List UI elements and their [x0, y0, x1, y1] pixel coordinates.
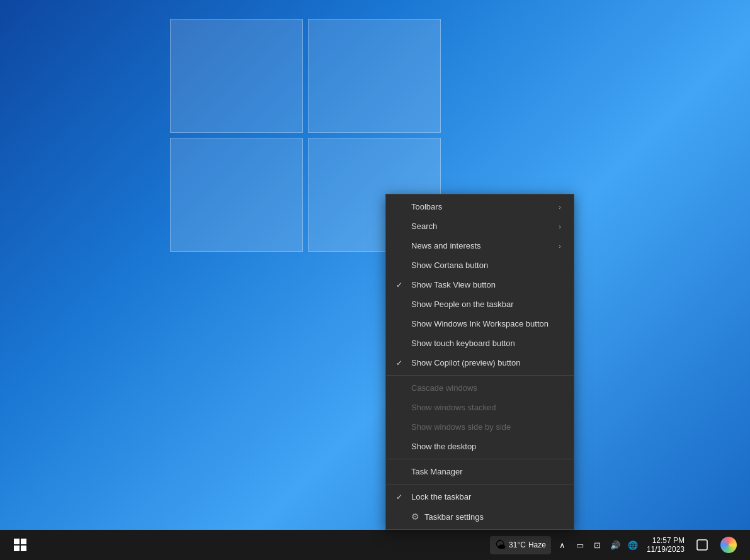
- menu-item-taskmanager[interactable]: Task Manager: [386, 462, 574, 481]
- logo-pane-2: [308, 19, 441, 133]
- menu-item-touch[interactable]: Show touch keyboard button: [386, 333, 574, 353]
- check-copilot: ✓: [396, 359, 406, 367]
- menu-item-taskbarsettings[interactable]: ⚙ Taskbar settings: [386, 507, 574, 527]
- arrow-search: ›: [559, 223, 561, 230]
- weather-temperature: 31°C: [509, 540, 526, 549]
- menu-item-news[interactable]: News and interests ›: [386, 236, 574, 255]
- menu-item-people[interactable]: Show People on the taskbar: [386, 294, 574, 314]
- menu-label-showdesktop: Show the desktop: [411, 442, 561, 451]
- menu-label-taskview: Show Task View button: [411, 280, 561, 289]
- menu-label-news: News and interests: [411, 241, 554, 250]
- menu-label-touch: Show touch keyboard button: [411, 339, 561, 348]
- menu-label-taskbarsettings: Taskbar settings: [424, 512, 561, 522]
- notification-button[interactable]: [691, 534, 713, 556]
- menu-item-ink[interactable]: Show Windows Ink Workspace button: [386, 314, 574, 333]
- svg-rect-2: [14, 546, 20, 551]
- menu-label-lock: Lock the taskbar: [411, 492, 561, 501]
- menu-label-cortana: Show Cortana button: [411, 260, 561, 270]
- taskbar-left: [5, 530, 490, 560]
- menu-label-sidebyside: Show windows side by side: [411, 422, 561, 432]
- clock-area[interactable]: 12:57 PM 11/19/2023: [644, 536, 687, 554]
- menu-item-search[interactable]: Search ›: [386, 216, 574, 236]
- check-taskview: ✓: [396, 281, 406, 289]
- start-icon: [14, 539, 26, 551]
- menu-item-stacked: Show windows stacked: [386, 398, 574, 417]
- svg-rect-1: [21, 539, 26, 544]
- menu-label-cascade: Cascade windows: [411, 383, 561, 393]
- menu-item-toolbars[interactable]: Toolbars ›: [386, 197, 574, 216]
- clock-date: 11/19/2023: [647, 545, 685, 554]
- tray-network-icon[interactable]: 🌐: [625, 537, 640, 552]
- menu-item-sidebyside: Show windows side by side: [386, 417, 574, 437]
- menu-divider-1: [386, 375, 574, 376]
- menu-label-copilot: Show Copilot (preview) button: [411, 358, 561, 367]
- notification-icon: [696, 539, 708, 551]
- menu-item-lock[interactable]: ✓ Lock the taskbar: [386, 487, 574, 507]
- svg-rect-4: [697, 540, 707, 550]
- tray-tablet-icon[interactable]: ▭: [572, 537, 588, 552]
- menu-label-stacked: Show windows stacked: [411, 403, 561, 412]
- menu-label-ink: Show Windows Ink Workspace button: [411, 319, 561, 328]
- logo-pane-3: [170, 138, 303, 252]
- taskbar: 🌤 31°C Haze ∧ ▭ ⊡ 🔊 🌐 12:57 PM 11/19/202…: [0, 530, 750, 560]
- start-button[interactable]: [5, 530, 35, 560]
- tray-volume-icon[interactable]: 🔊: [608, 537, 623, 552]
- menu-label-toolbars: Toolbars: [411, 202, 554, 211]
- menu-item-cascade: Cascade windows: [386, 378, 574, 398]
- tray-window-icon[interactable]: ⊡: [590, 537, 605, 552]
- menu-label-people: Show People on the taskbar: [411, 300, 561, 309]
- menu-divider-2: [386, 459, 574, 459]
- menu-item-taskview[interactable]: ✓ Show Task View button: [386, 275, 574, 294]
- system-tray: ∧ ▭ ⊡ 🔊 🌐: [555, 537, 640, 552]
- gear-icon: ⚙: [411, 512, 419, 522]
- menu-label-search: Search: [411, 221, 554, 231]
- menu-item-copilot[interactable]: ✓ Show Copilot (preview) button: [386, 353, 574, 372]
- logo-pane-1: [170, 19, 303, 133]
- arrow-toolbars: ›: [559, 203, 561, 211]
- clock-time: 12:57 PM: [652, 536, 685, 545]
- arrow-news: ›: [559, 242, 561, 250]
- copilot-icon: [720, 537, 737, 553]
- svg-rect-0: [14, 539, 20, 544]
- weather-condition: Haze: [528, 540, 546, 549]
- check-lock: ✓: [396, 493, 406, 501]
- menu-item-showdesktop[interactable]: Show the desktop: [386, 437, 574, 456]
- weather-widget[interactable]: 🌤 31°C Haze: [490, 536, 551, 554]
- svg-rect-3: [21, 546, 26, 551]
- menu-item-cortana[interactable]: Show Cortana button: [386, 255, 574, 275]
- context-menu: Toolbars › Search › News and interests ›…: [385, 194, 574, 530]
- tray-chevron-icon[interactable]: ∧: [555, 537, 570, 552]
- menu-divider-3: [386, 484, 574, 484]
- menu-label-taskmanager: Task Manager: [411, 467, 561, 476]
- weather-icon: 🌤: [495, 539, 506, 552]
- taskbar-right: 🌤 31°C Haze ∧ ▭ ⊡ 🔊 🌐 12:57 PM 11/19/202…: [490, 534, 745, 556]
- copilot-button[interactable]: [717, 534, 740, 556]
